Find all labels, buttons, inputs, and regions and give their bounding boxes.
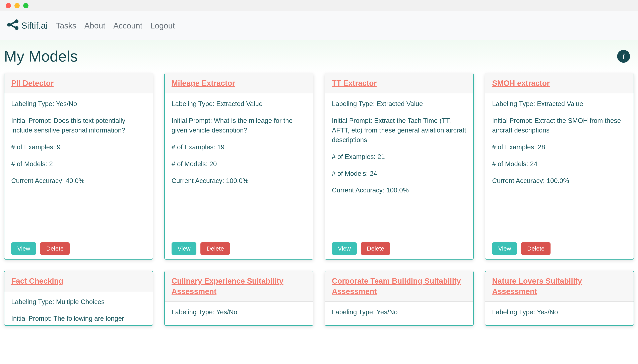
delete-button[interactable]: Delete <box>521 242 550 255</box>
delete-button[interactable]: Delete <box>361 242 390 255</box>
model-card: PII Detector Labeling Type: Yes/No Initi… <box>4 73 153 260</box>
initial-prompt: Initial Prompt: Extract the Tach Time (T… <box>332 116 466 145</box>
page-title: My Models <box>4 48 78 65</box>
labeling-type: Labeling Type: Extracted Value <box>172 99 306 109</box>
initial-prompt: Initial Prompt: Extract the SMOH from th… <box>492 116 627 135</box>
nav-link-tasks[interactable]: Tasks <box>56 21 76 30</box>
svg-point-0 <box>15 20 19 23</box>
model-title-link[interactable]: Mileage Extractor <box>172 79 235 88</box>
traffic-light-close[interactable] <box>6 3 11 8</box>
brand[interactable]: Siftif.ai <box>7 19 48 33</box>
num-models: # of Models: 24 <box>332 169 466 178</box>
model-card: Mileage Extractor Labeling Type: Extract… <box>164 73 313 260</box>
info-icon: i <box>622 52 625 61</box>
initial-prompt: Initial Prompt: What is the mileage for … <box>172 116 306 135</box>
model-title-link[interactable]: PII Detector <box>11 79 54 88</box>
model-card: Nature Lovers Suitability Assessment Lab… <box>485 271 634 326</box>
model-card: TT Extractor Labeling Type: Extracted Va… <box>325 73 474 260</box>
labeling-type: Labeling Type: Yes/No <box>332 307 466 317</box>
num-models: # of Models: 20 <box>172 159 306 169</box>
model-card: Fact Checking Labeling Type: Multiple Ch… <box>4 271 153 326</box>
labeling-type: Labeling Type: Yes/No <box>172 307 306 317</box>
window-titlebar <box>0 0 638 11</box>
nav-link-logout[interactable]: Logout <box>150 21 175 30</box>
svg-point-1 <box>15 26 19 30</box>
num-models: # of Models: 2 <box>11 159 146 169</box>
num-examples: # of Examples: 19 <box>172 142 306 152</box>
model-card: Corporate Team Building Suitability Asse… <box>325 271 474 326</box>
brand-name: Siftif.ai <box>21 21 48 31</box>
labeling-type: Labeling Type: Yes/No <box>492 307 627 317</box>
model-card: SMOH extractor Labeling Type: Extracted … <box>485 73 634 260</box>
current-accuracy: Current Accuracy: 40.0% <box>11 176 146 186</box>
current-accuracy: Current Accuracy: 100.0% <box>332 186 466 195</box>
view-button[interactable]: View <box>172 242 196 255</box>
nav-link-account[interactable]: Account <box>113 21 142 30</box>
nav-link-about[interactable]: About <box>84 21 105 30</box>
view-button[interactable]: View <box>332 242 357 255</box>
model-title-link[interactable]: Fact Checking <box>11 277 63 285</box>
num-models: # of Models: 24 <box>492 159 627 169</box>
current-accuracy: Current Accuracy: 100.0% <box>492 176 627 186</box>
delete-button[interactable]: Delete <box>40 242 70 255</box>
labeling-type: Labeling Type: Extracted Value <box>492 99 627 109</box>
model-title-link[interactable]: Culinary Experience Suitability Assessme… <box>172 277 283 296</box>
navbar: Siftif.ai Tasks About Account Logout <box>0 11 638 40</box>
initial-prompt: Initial Prompt: The following are longer <box>11 314 146 323</box>
labeling-type: Labeling Type: Extracted Value <box>332 99 466 109</box>
labeling-type: Labeling Type: Yes/No <box>11 99 146 109</box>
models-grid: PII Detector Labeling Type: Yes/No Initi… <box>4 73 634 334</box>
traffic-light-minimize[interactable] <box>15 3 20 8</box>
content: My Models i PII Detector Labeling Type: … <box>0 40 638 364</box>
delete-button[interactable]: Delete <box>200 242 230 255</box>
num-examples: # of Examples: 28 <box>492 142 627 152</box>
view-button[interactable]: View <box>492 242 517 255</box>
info-button[interactable]: i <box>617 50 630 63</box>
model-title-link[interactable]: TT Extractor <box>332 79 377 88</box>
model-title-link[interactable]: Nature Lovers Suitability Assessment <box>492 277 582 296</box>
initial-prompt: Initial Prompt: Does this text potential… <box>11 116 146 135</box>
model-title-link[interactable]: Corporate Team Building Suitability Asse… <box>332 277 461 296</box>
traffic-light-zoom[interactable] <box>23 3 29 8</box>
num-examples: # of Examples: 21 <box>332 152 466 162</box>
model-card: Culinary Experience Suitability Assessme… <box>164 271 313 326</box>
current-accuracy: Current Accuracy: 100.0% <box>172 176 306 186</box>
model-title-link[interactable]: SMOH extractor <box>492 79 550 88</box>
labeling-type: Labeling Type: Multiple Choices <box>11 297 146 307</box>
view-button[interactable]: View <box>11 242 36 255</box>
num-examples: # of Examples: 9 <box>11 142 146 152</box>
brand-logo-icon <box>7 19 19 33</box>
